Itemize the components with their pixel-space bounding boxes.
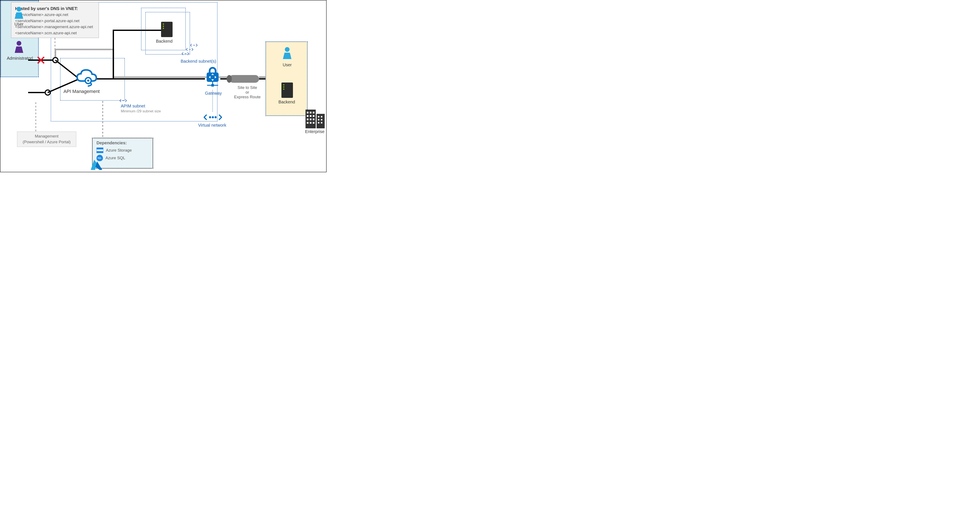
diagram-canvas: Hosted by user's DNS in VNET: <serviceNa… xyxy=(0,0,326,172)
svg-rect-33 xyxy=(307,115,309,117)
enterprise-box: User Backend xyxy=(266,41,308,116)
user2-label: User xyxy=(283,62,292,67)
svg-rect-31 xyxy=(310,112,312,113)
vnet-label: Virtual network xyxy=(198,123,226,128)
dns-line: <serviceName>.scm.azure-api.net xyxy=(15,30,95,36)
s2s-label: Site to Site or Express Route xyxy=(231,85,263,99)
svg-point-25 xyxy=(209,116,211,118)
management-box: Management (Powershell / Azure Portal) xyxy=(17,132,76,147)
enterprise-user-icon xyxy=(282,47,293,60)
dep-storage-label: Azure Storage xyxy=(106,148,132,153)
svg-rect-43 xyxy=(321,116,322,118)
dns-line: <serviceName>.portal.azure-api.net xyxy=(15,18,95,24)
svg-rect-42 xyxy=(318,116,319,118)
apim-label: API Management xyxy=(64,89,100,94)
svg-rect-32 xyxy=(313,112,315,113)
backend-label: Backend xyxy=(156,39,173,44)
svg-rect-38 xyxy=(313,118,315,120)
dep-sql-label: Azure SQL xyxy=(105,156,125,160)
svg-rect-46 xyxy=(318,122,319,123)
svg-rect-44 xyxy=(318,119,319,120)
deps-title: Dependencies: xyxy=(97,140,149,145)
svg-rect-34 xyxy=(310,115,312,117)
enterprise-backend-icon xyxy=(282,83,293,98)
dns-title: Hosted by user's DNS in VNET: xyxy=(15,5,95,12)
svg-rect-40 xyxy=(310,122,312,124)
svg-rect-8 xyxy=(229,75,259,83)
svg-point-16 xyxy=(87,80,89,81)
backend-server-icon xyxy=(161,22,173,37)
storage-icon xyxy=(97,148,103,153)
svg-rect-45 xyxy=(321,119,322,120)
svg-rect-39 xyxy=(307,122,309,124)
enterprise-label: Enterprise xyxy=(305,129,325,134)
backend-subnets-label: Backend subnet(s) xyxy=(181,58,216,64)
dep-sql: Azure SQL xyxy=(97,155,149,161)
virtual-network-icon xyxy=(204,113,222,123)
svg-point-27 xyxy=(215,116,217,118)
svg-rect-23 xyxy=(212,84,214,86)
dep-storage: Azure Storage xyxy=(97,148,149,153)
svg-rect-36 xyxy=(307,118,309,120)
admin-label: Administrator| xyxy=(7,56,33,61)
mgmt-line1: Management xyxy=(23,134,71,139)
apim-subnet-label: APIM subnet xyxy=(121,104,145,109)
svg-rect-41 xyxy=(313,122,315,124)
user-label: User xyxy=(14,22,24,27)
azure-logo-icon xyxy=(90,159,103,171)
api-management-icon xyxy=(75,68,99,88)
backend2-label: Backend xyxy=(278,100,295,104)
svg-rect-35 xyxy=(313,115,315,117)
gateway-label: Gateway xyxy=(205,91,222,96)
svg-point-26 xyxy=(212,116,214,118)
svg-point-9 xyxy=(227,75,232,83)
svg-point-5 xyxy=(45,90,50,95)
enterprise-buildings-icon xyxy=(305,105,325,129)
apim-subnet-note: Minimum /29 subnet size xyxy=(121,109,161,113)
svg-rect-29 xyxy=(317,114,325,128)
svg-rect-37 xyxy=(310,118,312,120)
gateway-icon xyxy=(205,67,220,91)
dns-line: <serviceName>.management.azure-api.net xyxy=(15,24,95,30)
mgmt-line2: (Powershell / Azure Portal) xyxy=(23,139,71,145)
user-icon xyxy=(14,7,24,20)
svg-rect-30 xyxy=(307,112,309,113)
admin-icon xyxy=(14,41,24,54)
dns-line: <serviceName>.azure-api.net xyxy=(15,12,95,18)
svg-rect-47 xyxy=(321,122,322,123)
